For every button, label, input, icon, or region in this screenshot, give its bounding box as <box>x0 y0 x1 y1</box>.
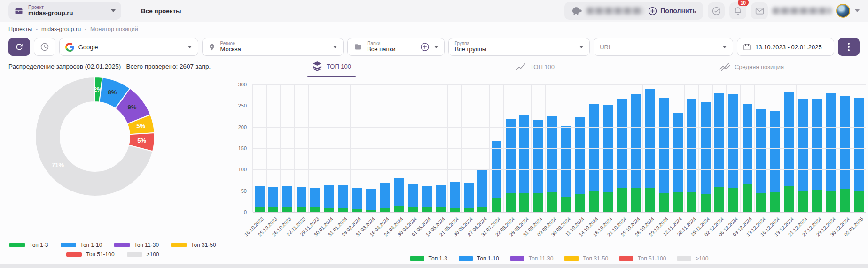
messages-button[interactable] <box>751 2 768 19</box>
bar-segment-Топ 1-10 <box>714 93 724 187</box>
history-button[interactable] <box>34 38 55 56</box>
bar-segment-Топ 1-10 <box>812 99 822 190</box>
bar-segment-Топ 1-10 <box>268 187 278 207</box>
donut-legend-item-Топ 51-100[interactable]: Топ 51-100 <box>66 251 114 258</box>
legend-swatch <box>61 243 76 247</box>
bar-segment-Топ 1-10 <box>659 98 669 193</box>
search-engine-value: Google <box>78 44 184 51</box>
all-projects-link[interactable]: Все проекты <box>141 8 181 15</box>
donut-slice-label: 71% <box>52 161 64 168</box>
bar-legend-item-Топ 1-3[interactable]: Топ 1-3 <box>410 255 447 262</box>
bar-segment-Топ 1-3 <box>268 207 278 212</box>
location-pin-icon <box>208 43 216 52</box>
donut-legend-item-Топ 1-10[interactable]: Топ 1-10 <box>61 242 102 248</box>
bar-segment-Топ 1-10 <box>728 94 738 188</box>
group-select[interactable]: Группа Все группы <box>448 38 590 56</box>
kebab-icon <box>848 43 850 51</box>
date-range-picker[interactable]: 13.10.2023 - 02.01.2025 <box>737 38 834 56</box>
donut-legend-item-Топ 11-30[interactable]: Топ 11-30 <box>114 242 159 248</box>
refresh-button[interactable] <box>8 38 30 56</box>
bar-segment-Топ 1-10 <box>617 99 627 188</box>
bar-segment-Топ 1-10 <box>743 104 752 184</box>
bar-segment-Топ 1-10 <box>338 185 348 208</box>
y-tick-label: 150 <box>238 145 247 151</box>
filter-toolbar: Google Регион Москва Папки Все папки <box>0 36 868 60</box>
breadcrumb-separator: • <box>85 26 86 32</box>
more-options-button[interactable] <box>838 38 860 56</box>
chart-tabs: ТОП 100 ТОП 100 Средняя позиция <box>230 58 866 77</box>
bar-segment-Топ 1-10 <box>380 183 390 208</box>
page-bottom-strip <box>0 264 868 268</box>
clock-icon <box>40 42 49 52</box>
notifications-button[interactable]: 10 <box>729 2 746 19</box>
bar-segment-Топ 1-10 <box>436 185 446 207</box>
avatar[interactable] <box>836 4 850 18</box>
bar-segment-Топ 1-10 <box>255 186 265 207</box>
bar-segment-Топ 1-3 <box>854 191 864 212</box>
bar-segment-Топ 1-3 <box>756 193 766 212</box>
calendar-icon <box>743 43 751 51</box>
bar-legend-item->100[interactable]: >100 <box>677 255 708 262</box>
donut-slice-label: 8% <box>108 89 117 96</box>
positions-chart-panel: ТОП 100 ТОП 100 Средняя позиция 05010015… <box>226 58 868 264</box>
bar-segment-Топ 1-10 <box>631 94 641 188</box>
tasks-button[interactable] <box>708 2 725 19</box>
breadcrumb-project[interactable]: midas-group.ru <box>41 26 81 32</box>
bar-segment-Топ 1-10 <box>561 126 571 197</box>
legend-swatch <box>564 256 579 261</box>
tab-top100-2[interactable]: ТОП 100 <box>511 62 559 77</box>
bar-segment-Топ 1-3 <box>519 193 529 212</box>
briefcase-icon <box>14 6 23 15</box>
chevron-down-icon <box>722 46 727 48</box>
google-icon <box>65 43 74 52</box>
region-select[interactable]: Регион Москва <box>202 38 344 56</box>
add-folder-icon[interactable] <box>420 42 430 52</box>
refresh-icon <box>15 42 24 52</box>
date-range-value: 13.10.2023 - 02.01.2025 <box>755 44 822 51</box>
bar-segment-Топ 1-3 <box>297 207 306 212</box>
breadcrumb-separator: • <box>36 26 38 32</box>
bar-segment-Топ 1-10 <box>324 185 334 208</box>
chevron-down-icon <box>579 46 584 48</box>
bar-legend-item-Топ 31-50[interactable]: Топ 31-50 <box>564 255 608 262</box>
breadcrumb-projects[interactable]: Проекты <box>8 26 32 32</box>
bar-segment-Топ 1-3 <box>506 193 516 212</box>
donut-legend-item-Топ 1-3[interactable]: Топ 1-3 <box>9 242 48 248</box>
folders-select[interactable]: Папки Все папки <box>347 38 445 56</box>
bar-segment-Топ 1-10 <box>408 184 418 207</box>
balance-amount-blurred <box>587 8 643 14</box>
y-tick-label: 100 <box>238 167 247 172</box>
distribution-panel: Распределение запросов (02.01.2025) Всег… <box>0 58 226 264</box>
bar-segment-Топ 1-3 <box>255 207 265 212</box>
tab-top100-1[interactable]: ТОП 100 <box>307 61 356 77</box>
bar-segment-Топ 1-3 <box>840 189 850 212</box>
bar-segment-Топ 1-10 <box>506 119 516 193</box>
topup-button[interactable]: Пополнить <box>648 7 696 15</box>
bar-segment-Топ 1-10 <box>394 178 404 206</box>
legend-swatch <box>171 243 187 247</box>
legend-swatch <box>510 256 524 261</box>
bar-legend-item-Топ 11-30[interactable]: Топ 11-30 <box>510 255 554 262</box>
breadcrumb: Проекты • midas-group.ru • Монитор позиц… <box>0 22 868 36</box>
tab-avg-position[interactable]: Средняя позиция <box>714 62 789 77</box>
search-engine-select[interactable]: Google <box>59 38 199 56</box>
bar-segment-Топ 1-3 <box>603 192 613 212</box>
bar-segment-Топ 1-3 <box>728 188 738 212</box>
notifications-badge: 10 <box>738 0 749 6</box>
user-menu-chevron-icon[interactable] <box>855 9 860 12</box>
bar-segment-Топ 1-10 <box>854 98 864 191</box>
donut-legend-item->100[interactable]: >100 <box>127 251 159 258</box>
bar-segment-Топ 1-3 <box>673 192 683 212</box>
donut-legend-item-Топ 31-50[interactable]: Топ 31-50 <box>171 242 216 248</box>
bar-legend-item-Топ 51-100[interactable]: Топ 51-100 <box>619 255 666 262</box>
bar-segment-Топ 1-3 <box>631 188 641 212</box>
bar-segment-Топ 1-10 <box>826 93 836 191</box>
region-value: Москва <box>220 46 328 53</box>
bar-segment-Топ 1-10 <box>687 99 696 192</box>
project-selector[interactable]: Проект midas-group.ru <box>8 2 121 20</box>
url-select[interactable]: URL <box>594 38 733 56</box>
bar-segment-Топ 1-3 <box>492 198 501 212</box>
donut-title: Распределение запросов (02.01.2025) <box>8 63 121 70</box>
bar-legend-item-Топ 1-10[interactable]: Топ 1-10 <box>459 255 499 262</box>
bar-segment-Топ 1-3 <box>450 208 460 212</box>
